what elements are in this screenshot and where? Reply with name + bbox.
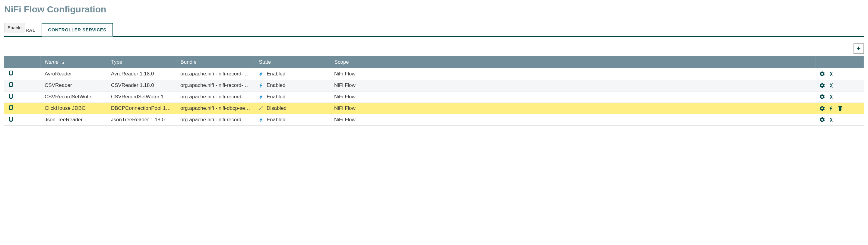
table-row[interactable]: AvroReader AvroReader 1.18.0 org.apache.… bbox=[4, 68, 864, 80]
row-actions bbox=[820, 117, 860, 122]
configure-button[interactable] bbox=[820, 106, 825, 111]
cell-bundle: org.apache.nifi - nifi-record-… bbox=[176, 68, 254, 80]
cell-name: ClickHouse JDBC bbox=[40, 102, 107, 114]
cell-scope[interactable]: NiFi Flow bbox=[330, 102, 815, 114]
controller-services-table: Name ▲ Type Bundle State Scope AvroReade… bbox=[4, 56, 864, 126]
col-header-scope[interactable]: Scope bbox=[330, 56, 815, 68]
disable-button[interactable] bbox=[829, 83, 834, 88]
cell-state: Enabled bbox=[254, 68, 330, 80]
cell-type: JsonTreeReader 1.18.0 bbox=[107, 114, 176, 125]
row-actions bbox=[820, 94, 860, 99]
col-header-type[interactable]: Type bbox=[107, 56, 176, 68]
book-icon[interactable] bbox=[8, 94, 13, 99]
add-controller-service-button[interactable]: + bbox=[854, 43, 864, 54]
configure-button[interactable] bbox=[820, 94, 825, 99]
cell-name: JsonTreeReader bbox=[40, 114, 107, 125]
cell-bundle: org.apache.nifi - nifi-record-… bbox=[176, 91, 254, 102]
col-header-actions bbox=[815, 56, 864, 68]
cell-state: Disabled bbox=[254, 102, 330, 114]
cell-name: CSVRecordSetWriter bbox=[40, 91, 107, 102]
cell-scope[interactable]: NiFi Flow bbox=[330, 80, 815, 91]
configure-button[interactable] bbox=[820, 117, 825, 122]
tab-controller-services[interactable]: CONTROLLER SERVICES bbox=[42, 23, 113, 36]
bolt-icon bbox=[259, 83, 264, 88]
cell-type: DBCPConnectionPool 1.18.0 bbox=[107, 102, 176, 114]
cell-scope[interactable]: NiFi Flow bbox=[330, 114, 815, 125]
sort-ascending-icon: ▲ bbox=[62, 61, 65, 64]
enable-button[interactable] bbox=[829, 106, 834, 111]
cell-bundle: org.apache.nifi - nifi-dbcp-se… bbox=[176, 102, 254, 114]
delete-button[interactable] bbox=[838, 106, 843, 111]
table-row[interactable]: JsonTreeReader JsonTreeReader 1.18.0 org… bbox=[4, 114, 864, 125]
row-actions bbox=[820, 106, 860, 111]
cell-type: AvroReader 1.18.0 bbox=[107, 68, 176, 80]
cell-state: Enabled bbox=[254, 91, 330, 102]
book-icon[interactable] bbox=[8, 117, 13, 122]
cell-scope[interactable]: NiFi Flow bbox=[330, 68, 815, 80]
cell-name: CSVReader bbox=[40, 80, 107, 91]
disable-button[interactable] bbox=[829, 117, 834, 122]
book-icon[interactable] bbox=[8, 71, 13, 75]
bolt-icon bbox=[259, 71, 264, 76]
bolt-icon bbox=[259, 117, 264, 122]
cell-type: CSVReader 1.18.0 bbox=[107, 80, 176, 91]
book-icon[interactable] bbox=[8, 105, 13, 110]
book-icon[interactable] bbox=[8, 82, 13, 87]
col-header-indicator bbox=[4, 56, 40, 68]
row-actions bbox=[820, 71, 860, 76]
tools-icon bbox=[259, 105, 264, 112]
col-header-state[interactable]: State bbox=[254, 56, 330, 68]
bolt-icon bbox=[259, 94, 264, 99]
configure-button[interactable] bbox=[820, 71, 825, 76]
col-header-bundle[interactable]: Bundle bbox=[176, 56, 254, 68]
cell-scope[interactable]: NiFi Flow bbox=[330, 91, 815, 102]
cell-state: Enabled bbox=[254, 114, 330, 125]
cell-name: AvroReader bbox=[40, 68, 107, 80]
cell-bundle: org.apache.nifi - nifi-record-… bbox=[176, 114, 254, 125]
disable-button[interactable] bbox=[829, 94, 834, 99]
disable-button[interactable] bbox=[829, 71, 834, 76]
tabs: RAL CONTROLLER SERVICES bbox=[4, 23, 864, 37]
cell-state: Enabled bbox=[254, 80, 330, 91]
table-row[interactable]: CSVRecordSetWriter CSVRecordSetWriter 1.… bbox=[4, 91, 864, 102]
cell-type: CSVRecordSetWriter 1.18.0 bbox=[107, 91, 176, 102]
configure-button[interactable] bbox=[820, 83, 825, 88]
table-row[interactable]: ClickHouse JDBC DBCPConnectionPool 1.18.… bbox=[4, 102, 864, 114]
enable-tooltip: Enable bbox=[4, 23, 25, 32]
table-row[interactable]: CSVReader CSVReader 1.18.0 org.apache.ni… bbox=[4, 80, 864, 91]
page-title: NiFi Flow Configuration bbox=[4, 4, 864, 14]
cell-bundle: org.apache.nifi - nifi-record-… bbox=[176, 80, 254, 91]
col-header-name[interactable]: Name ▲ bbox=[40, 56, 107, 68]
row-actions bbox=[820, 83, 860, 88]
